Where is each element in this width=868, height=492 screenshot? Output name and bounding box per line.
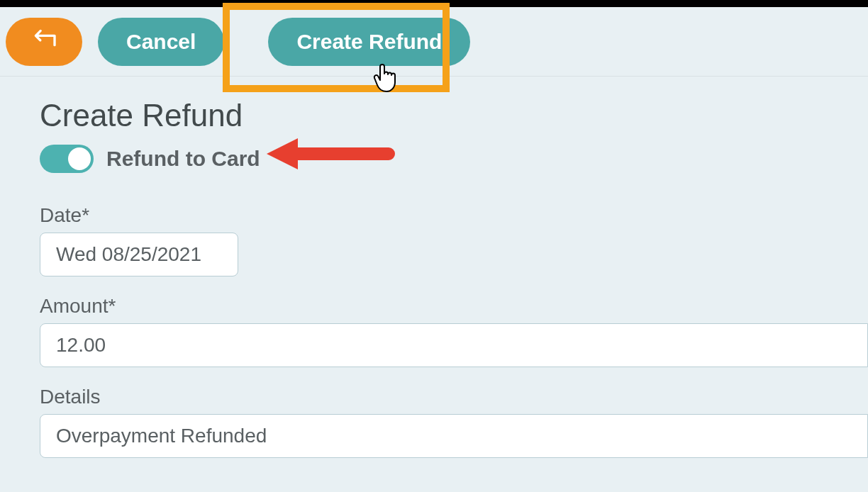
page-content: Create Refund Refund to Card Date* Amoun… [0, 77, 868, 458]
refund-to-card-toggle-label: Refund to Card [106, 147, 260, 171]
details-label: Details [40, 386, 828, 408]
date-form-group: Date* [40, 204, 828, 276]
cancel-button[interactable]: Cancel [98, 18, 224, 66]
back-arrow-icon [30, 26, 58, 57]
toolbar: Cancel Create Refund [0, 7, 868, 77]
create-refund-button[interactable]: Create Refund [268, 18, 470, 66]
page-title: Create Refund [40, 98, 828, 133]
amount-label: Amount* [40, 295, 828, 318]
details-input[interactable] [40, 414, 868, 458]
refund-to-card-toggle[interactable] [40, 145, 94, 173]
refund-to-card-toggle-row: Refund to Card [40, 145, 828, 173]
date-label: Date* [40, 204, 828, 227]
amount-form-group: Amount* [40, 295, 828, 367]
amount-input[interactable] [40, 323, 868, 367]
date-input[interactable] [40, 233, 238, 276]
window-top-bar [0, 0, 868, 7]
back-button[interactable] [6, 18, 82, 66]
details-form-group: Details [40, 386, 828, 458]
toggle-knob [68, 147, 91, 170]
